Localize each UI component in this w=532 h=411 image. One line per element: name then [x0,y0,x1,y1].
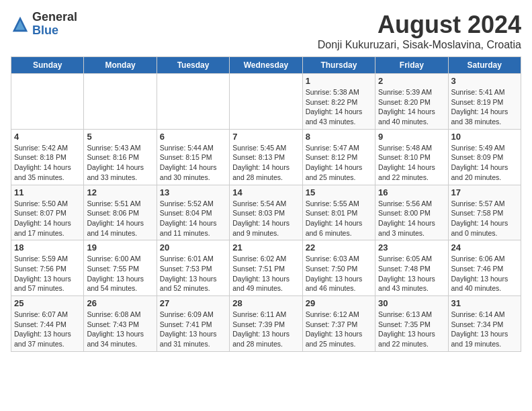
calendar-day-cell: 1Sunrise: 5:38 AM Sunset: 8:22 PM Daylig… [302,74,375,130]
calendar-day-cell [157,74,229,130]
location-title: Donji Kukuruzari, Sisak-Moslavina, Croat… [318,39,521,51]
day-number: 21 [232,242,299,253]
calendar-day-cell: 27Sunrise: 6:09 AM Sunset: 7:41 PM Dayli… [157,296,229,352]
calendar-day-cell: 17Sunrise: 5:57 AM Sunset: 7:58 PM Dayli… [448,185,521,240]
day-number: 4 [14,132,81,142]
day-info: Sunrise: 5:39 AM Sunset: 8:20 PM Dayligh… [378,87,445,127]
day-info: Sunrise: 5:59 AM Sunset: 7:56 PM Dayligh… [14,254,81,293]
logo-general-text: General [32,11,77,24]
calendar-day-cell: 15Sunrise: 5:55 AM Sunset: 8:01 PM Dayli… [302,185,375,240]
day-info: Sunrise: 5:45 AM Sunset: 8:13 PM Dayligh… [232,143,299,183]
day-number: 8 [306,132,372,142]
calendar-day-cell: 24Sunrise: 6:06 AM Sunset: 7:46 PM Dayli… [448,240,521,296]
day-info: Sunrise: 5:51 AM Sunset: 8:06 PM Dayligh… [87,199,153,238]
day-info: Sunrise: 6:03 AM Sunset: 7:50 PM Dayligh… [306,254,372,293]
day-number: 19 [87,242,153,253]
calendar-day-cell: 30Sunrise: 6:13 AM Sunset: 7:35 PM Dayli… [375,296,448,352]
day-of-week-header: Wednesday [230,57,302,74]
calendar-body: 1Sunrise: 5:38 AM Sunset: 8:22 PM Daylig… [11,74,521,352]
day-number: 18 [14,242,81,253]
calendar-day-cell: 10Sunrise: 5:49 AM Sunset: 8:09 PM Dayli… [448,129,521,185]
day-info: Sunrise: 6:13 AM Sunset: 7:35 PM Dayligh… [378,310,445,349]
day-number: 10 [451,132,518,142]
day-info: Sunrise: 5:47 AM Sunset: 8:12 PM Dayligh… [306,143,372,183]
day-info: Sunrise: 5:42 AM Sunset: 8:18 PM Dayligh… [14,143,81,183]
calendar-day-cell: 13Sunrise: 5:52 AM Sunset: 8:04 PM Dayli… [157,185,229,240]
day-info: Sunrise: 5:48 AM Sunset: 8:10 PM Dayligh… [378,143,445,183]
calendar-day-cell: 19Sunrise: 6:00 AM Sunset: 7:55 PM Dayli… [84,240,157,296]
day-of-week-header: Saturday [448,57,521,74]
calendar-day-cell: 20Sunrise: 6:01 AM Sunset: 7:53 PM Dayli… [157,240,229,296]
calendar-day-cell: 5Sunrise: 5:43 AM Sunset: 8:16 PM Daylig… [84,129,157,185]
calendar-week-row: 25Sunrise: 6:07 AM Sunset: 7:44 PM Dayli… [11,296,521,352]
day-of-week-header: Thursday [302,57,375,74]
day-number: 17 [451,187,518,197]
calendar-week-row: 4Sunrise: 5:42 AM Sunset: 8:18 PM Daylig… [11,129,521,185]
day-info: Sunrise: 5:52 AM Sunset: 8:04 PM Dayligh… [160,199,226,238]
calendar-day-cell: 29Sunrise: 6:12 AM Sunset: 7:37 PM Dayli… [302,296,375,352]
calendar-day-cell: 3Sunrise: 5:41 AM Sunset: 8:19 PM Daylig… [448,74,521,130]
day-info: Sunrise: 6:06 AM Sunset: 7:46 PM Dayligh… [451,254,518,293]
logo: General Blue [11,11,77,38]
day-number: 11 [14,187,81,197]
calendar-day-cell: 7Sunrise: 5:45 AM Sunset: 8:13 PM Daylig… [230,129,302,185]
calendar-day-cell [84,74,157,130]
calendar-day-cell: 14Sunrise: 5:54 AM Sunset: 8:03 PM Dayli… [230,185,302,240]
day-number: 12 [87,187,153,197]
day-number: 5 [87,132,153,142]
day-info: Sunrise: 5:54 AM Sunset: 8:03 PM Dayligh… [232,199,299,238]
day-number: 9 [378,132,445,142]
day-info: Sunrise: 6:00 AM Sunset: 7:55 PM Dayligh… [87,254,153,293]
calendar-day-cell: 25Sunrise: 6:07 AM Sunset: 7:44 PM Dayli… [11,296,84,352]
day-info: Sunrise: 5:55 AM Sunset: 8:01 PM Dayligh… [306,199,372,238]
day-of-week-header: Friday [375,57,448,74]
day-number: 16 [378,187,445,197]
calendar-day-cell: 26Sunrise: 6:08 AM Sunset: 7:43 PM Dayli… [84,296,157,352]
calendar-day-cell: 21Sunrise: 6:02 AM Sunset: 7:51 PM Dayli… [230,240,302,296]
calendar-day-cell: 8Sunrise: 5:47 AM Sunset: 8:12 PM Daylig… [302,129,375,185]
calendar-day-cell: 4Sunrise: 5:42 AM Sunset: 8:18 PM Daylig… [11,129,84,185]
day-info: Sunrise: 5:43 AM Sunset: 8:16 PM Dayligh… [87,143,153,183]
day-info: Sunrise: 5:56 AM Sunset: 8:00 PM Dayligh… [378,199,445,238]
logo-blue-text: Blue [32,24,77,38]
day-number: 6 [160,132,226,142]
day-number: 22 [306,242,372,253]
calendar-week-row: 18Sunrise: 5:59 AM Sunset: 7:56 PM Dayli… [11,240,521,296]
calendar-day-cell: 12Sunrise: 5:51 AM Sunset: 8:06 PM Dayli… [84,185,157,240]
day-number: 31 [451,298,518,308]
day-of-week-header: Sunday [11,57,84,74]
day-info: Sunrise: 5:50 AM Sunset: 8:07 PM Dayligh… [14,199,81,238]
calendar-day-cell [11,74,84,130]
day-number: 2 [378,76,445,86]
day-number: 30 [378,298,445,308]
day-info: Sunrise: 6:02 AM Sunset: 7:51 PM Dayligh… [232,254,299,293]
day-number: 3 [451,76,518,86]
day-number: 27 [160,298,226,308]
day-number: 7 [232,132,299,142]
day-info: Sunrise: 6:07 AM Sunset: 7:44 PM Dayligh… [14,310,81,349]
page-header: General Blue August 2024 Donji Kukuruzar… [11,11,521,51]
day-info: Sunrise: 6:09 AM Sunset: 7:41 PM Dayligh… [160,310,226,349]
calendar-day-cell: 23Sunrise: 6:05 AM Sunset: 7:48 PM Dayli… [375,240,448,296]
logo-text: General Blue [32,11,77,38]
calendar-day-cell: 11Sunrise: 5:50 AM Sunset: 8:07 PM Dayli… [11,185,84,240]
day-info: Sunrise: 5:49 AM Sunset: 8:09 PM Dayligh… [451,143,518,183]
logo-icon [11,15,30,34]
calendar-table: SundayMondayTuesdayWednesdayThursdayFrid… [11,56,521,352]
calendar-day-cell [230,74,302,130]
calendar-header-row: SundayMondayTuesdayWednesdayThursdayFrid… [11,57,521,74]
calendar-day-cell: 2Sunrise: 5:39 AM Sunset: 8:20 PM Daylig… [375,74,448,130]
day-info: Sunrise: 5:41 AM Sunset: 8:19 PM Dayligh… [451,87,518,127]
day-number: 26 [87,298,153,308]
day-number: 13 [160,187,226,197]
calendar-week-row: 1Sunrise: 5:38 AM Sunset: 8:22 PM Daylig… [11,74,521,130]
day-info: Sunrise: 5:57 AM Sunset: 7:58 PM Dayligh… [451,199,518,238]
day-info: Sunrise: 6:11 AM Sunset: 7:39 PM Dayligh… [232,310,299,349]
day-info: Sunrise: 5:44 AM Sunset: 8:15 PM Dayligh… [160,143,226,183]
calendar-day-cell: 22Sunrise: 6:03 AM Sunset: 7:50 PM Dayli… [302,240,375,296]
calendar-day-cell: 31Sunrise: 6:14 AM Sunset: 7:34 PM Dayli… [448,296,521,352]
day-number: 25 [14,298,81,308]
day-number: 23 [378,242,445,253]
day-info: Sunrise: 6:01 AM Sunset: 7:53 PM Dayligh… [160,254,226,293]
day-number: 1 [306,76,372,86]
